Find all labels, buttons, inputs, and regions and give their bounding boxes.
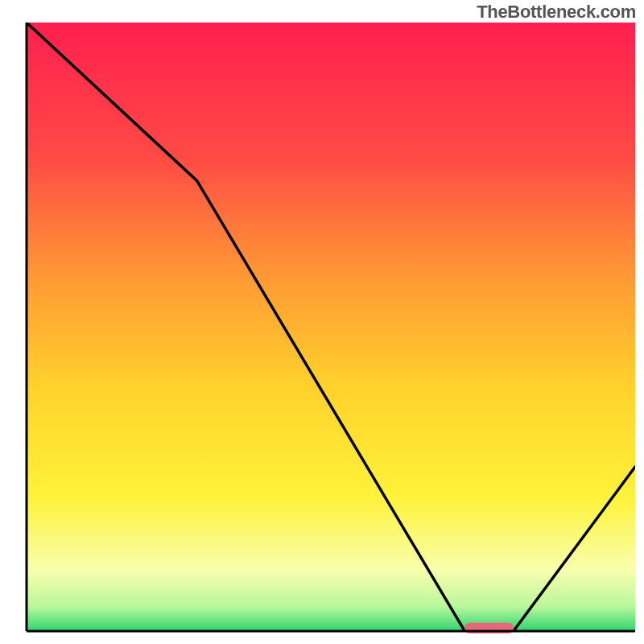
chart-container: TheBottleneck.com	[0, 0, 644, 644]
plot-area	[27, 23, 635, 631]
gradient-background	[27, 23, 635, 631]
chart-svg	[0, 0, 644, 644]
watermark-text: TheBottleneck.com	[477, 2, 636, 23]
